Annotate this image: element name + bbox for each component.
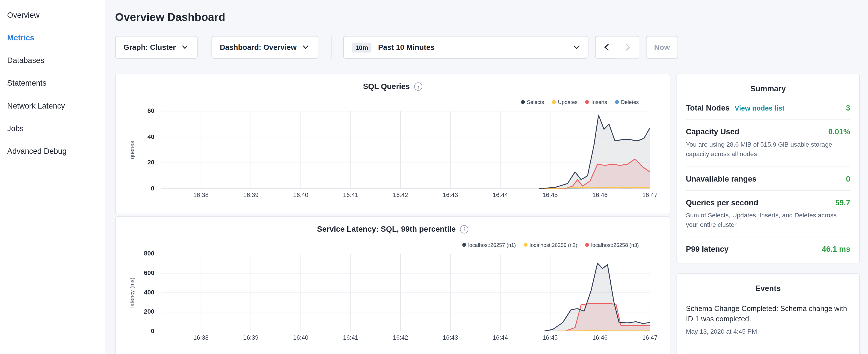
chart-plot-area[interactable]: latency (ms)020040060080016:3816:3916:40…: [116, 217, 670, 354]
summary-value: 3: [846, 103, 850, 112]
x-tick-label: 16:43: [436, 191, 464, 198]
chevron-down-icon: [303, 45, 308, 49]
graph-scope-dropdown-label: Graph: Cluster: [124, 43, 176, 52]
graph-scope-dropdown[interactable]: Graph: Cluster: [115, 36, 198, 59]
charts-column: SQL Queries i SelectsUpdatesInsertsDelet…: [115, 74, 671, 354]
summary-row-total-nodes: Total Nodes View nodes list 3: [686, 96, 850, 120]
summary-description: You are using 28.6 MiB of 515.9 GiB usab…: [686, 140, 850, 159]
x-tick-label: 16:42: [386, 334, 414, 341]
y-axis-title: queries: [129, 141, 135, 159]
dashboard-dropdown[interactable]: Dashboard: Overview: [212, 36, 318, 59]
time-range-badge: 10m: [352, 42, 372, 53]
toolbar: Graph: Cluster Dashboard: Overview 10m P…: [115, 36, 868, 59]
time-range-label: Past 10 Minutes: [378, 43, 434, 52]
chart-plot[interactable]: [161, 254, 650, 331]
sidebar-item-overview[interactable]: Overview: [7, 3, 105, 26]
y-tick-label: 400: [116, 289, 154, 295]
sidebar-item-network-latency[interactable]: Network Latency: [7, 94, 105, 117]
x-tick-label: 16:47: [636, 191, 664, 198]
main-content: Overview Dashboard Graph: Cluster Dashbo…: [105, 0, 868, 354]
summary-value: 46.1 ms: [822, 245, 850, 254]
summary-value: 0.01%: [828, 127, 850, 136]
y-tick-label: 0: [116, 328, 154, 334]
event-item[interactable]: Schema Change Completed: Schema change w…: [686, 304, 850, 325]
chevron-down-icon: [574, 45, 580, 49]
event-timestamp: May 13, 2020 at 4:45 PM: [686, 328, 850, 340]
x-tick-label: 16:46: [586, 191, 614, 198]
chevron-right-icon: [626, 44, 630, 51]
x-tick-label: 16:44: [486, 334, 514, 341]
summary-label: Queries per second: [686, 198, 758, 207]
x-tick-label: 16:38: [187, 191, 215, 198]
summary-value: 59.7: [835, 198, 850, 207]
dashboard-content: SQL Queries i SelectsUpdatesInsertsDelet…: [115, 74, 868, 354]
summary-label: P99 latency: [686, 245, 728, 254]
x-tick-label: 16:43: [436, 334, 464, 341]
summary-label: Capacity Used: [686, 127, 739, 136]
toolbar-divider: [331, 36, 332, 59]
now-button[interactable]: Now: [646, 36, 678, 59]
summary-row-capacity-used: Capacity Used 0.01% You are using 28.6 M…: [686, 120, 850, 167]
summary-title: Summary: [686, 74, 850, 96]
sidebar-item-jobs[interactable]: Jobs: [7, 117, 105, 139]
sidebar-item-statements[interactable]: Statements: [7, 71, 105, 94]
time-back-button[interactable]: [595, 36, 617, 59]
sidebar-item-metrics[interactable]: Metrics: [7, 26, 105, 49]
sql-queries-chart-card: SQL Queries i SelectsUpdatesInsertsDelet…: [115, 74, 671, 214]
time-forward-button[interactable]: [617, 36, 639, 59]
chart-plot[interactable]: [161, 111, 650, 189]
x-tick-label: 16:39: [237, 334, 265, 341]
summary-row-unavailable-ranges: Unavailable ranges 0: [686, 167, 850, 190]
y-tick-label: 60: [116, 107, 154, 114]
y-tick-label: 800: [116, 250, 154, 257]
x-tick-label: 16:41: [337, 191, 365, 198]
x-tick-label: 16:45: [536, 334, 564, 341]
y-tick-label: 0: [116, 185, 154, 191]
summary-row-queries-per-second: Queries per second 59.7 Sum of Selects, …: [686, 190, 850, 237]
time-range-dropdown[interactable]: 10m Past 10 Minutes: [343, 36, 589, 59]
summary-value: 0: [846, 174, 850, 183]
y-tick-label: 600: [116, 269, 154, 276]
summary-panel: Summary Total Nodes View nodes list 3 Ca…: [677, 74, 860, 263]
chevron-left-icon: [604, 44, 609, 51]
chart-plot-area[interactable]: queries020406016:3816:3916:4016:4116:421…: [116, 74, 670, 214]
service-latency-chart-card: Service Latency: SQL, 99th percentile i …: [115, 216, 671, 354]
time-step-buttons: [595, 36, 640, 59]
x-tick-label: 16:47: [636, 334, 664, 341]
sidebar-item-advanced-debug[interactable]: Advanced Debug: [7, 139, 105, 162]
page-title: Overview Dashboard: [115, 10, 868, 24]
dashboard-dropdown-label: Dashboard: Overview: [220, 43, 297, 52]
x-tick-label: 16:41: [337, 334, 365, 341]
app-root: Overview Metrics Databases Statements Ne…: [0, 0, 868, 354]
summary-description: Sum of Selects, Updates, Inserts, and De…: [686, 211, 850, 230]
sidebar-nav: Overview Metrics Databases Statements Ne…: [7, 3, 105, 162]
x-tick-label: 16:39: [237, 191, 265, 198]
summary-label: Total Nodes: [686, 103, 730, 112]
x-tick-label: 16:38: [187, 334, 215, 341]
events-panel: Events Schema Change Completed: Schema c…: [677, 273, 860, 354]
summary-row-p99-latency: P99 latency 46.1 ms: [686, 237, 850, 261]
x-tick-label: 16:46: [586, 334, 614, 341]
x-tick-label: 16:45: [536, 191, 564, 198]
y-tick-label: 20: [116, 159, 154, 165]
sidebar-item-databases[interactable]: Databases: [7, 49, 105, 71]
x-tick-label: 16:44: [486, 191, 514, 198]
x-tick-label: 16:42: [386, 191, 414, 198]
summary-label: Unavailable ranges: [686, 174, 756, 183]
x-tick-label: 16:40: [287, 334, 315, 341]
app-window: Overview Metrics Databases Statements Ne…: [0, 0, 868, 354]
sidebar: Overview Metrics Databases Statements Ne…: [0, 0, 105, 354]
chevron-down-icon: [182, 45, 187, 49]
events-title: Events: [686, 274, 850, 296]
right-column: Summary Total Nodes View nodes list 3 Ca…: [677, 74, 860, 354]
y-tick-label: 40: [116, 133, 154, 140]
view-nodes-list-link[interactable]: View nodes list: [735, 104, 785, 112]
y-tick-label: 200: [116, 308, 154, 315]
x-tick-label: 16:40: [287, 191, 315, 198]
